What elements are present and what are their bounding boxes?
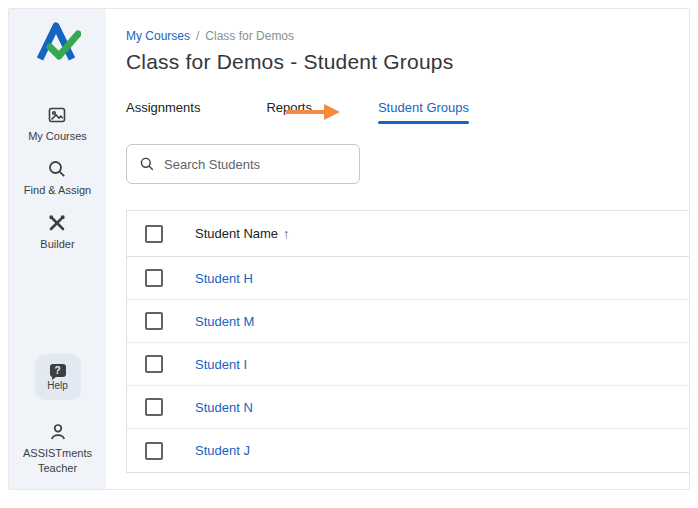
table-row: Student N [127, 386, 689, 429]
tab-reports[interactable]: Reports [266, 100, 312, 124]
page-title: Class for Demos - Student Groups [126, 50, 689, 74]
row-checkbox[interactable] [145, 269, 163, 287]
app-window: My Courses Find & Assign [8, 8, 690, 490]
search-icon [47, 159, 67, 179]
breadcrumb: My Courses / Class for Demos [126, 29, 689, 43]
sidebar-bottom: ? Help ASSISTments Teacher [22, 354, 94, 489]
person-icon [48, 422, 68, 442]
table-row: Student M [127, 300, 689, 343]
courses-icon [47, 105, 67, 125]
table-row: Student I [127, 343, 689, 386]
sidebar: My Courses Find & Assign [9, 9, 106, 489]
student-link[interactable]: Student M [195, 314, 254, 329]
assistments-logo[interactable] [35, 21, 81, 63]
sidebar-item-label: My Courses [28, 130, 87, 143]
column-header-label: Student Name [195, 226, 278, 241]
table-row: Student J [127, 429, 689, 472]
table-row: Student H [127, 257, 689, 300]
user-account[interactable]: ASSISTments Teacher [22, 422, 94, 475]
sidebar-item-my-courses[interactable]: My Courses [28, 105, 87, 143]
student-table: Student Name ↑ Student H Student M Stude… [126, 210, 689, 473]
sidebar-nav: My Courses Find & Assign [24, 105, 91, 268]
search-input[interactable] [164, 157, 347, 172]
sort-ascending-icon: ↑ [283, 226, 290, 241]
column-header-student-name[interactable]: Student Name ↑ [195, 226, 290, 241]
breadcrumb-current: Class for Demos [205, 29, 294, 43]
row-checkbox[interactable] [145, 398, 163, 416]
search-box [126, 144, 360, 184]
tab-assignments[interactable]: Assignments [126, 100, 200, 124]
row-checkbox[interactable] [145, 312, 163, 330]
builder-icon [47, 213, 67, 233]
sidebar-item-builder[interactable]: Builder [40, 213, 74, 251]
main-content: My Courses / Class for Demos Class for D… [106, 9, 689, 489]
row-checkbox[interactable] [145, 442, 163, 460]
breadcrumb-separator: / [196, 29, 199, 43]
row-checkbox[interactable] [145, 355, 163, 373]
breadcrumb-my-courses[interactable]: My Courses [126, 29, 190, 43]
student-link[interactable]: Student I [195, 357, 247, 372]
search-icon [139, 156, 155, 172]
student-link[interactable]: Student J [195, 443, 250, 458]
select-all-checkbox[interactable] [145, 225, 163, 243]
tab-bar: Assignments Reports Student Groups [126, 100, 689, 124]
help-button[interactable]: ? Help [35, 354, 81, 400]
student-link[interactable]: Student N [195, 400, 253, 415]
sidebar-item-find-assign[interactable]: Find & Assign [24, 159, 91, 197]
student-link[interactable]: Student H [195, 271, 253, 286]
sidebar-item-label: Builder [40, 238, 74, 251]
table-header-row: Student Name ↑ [127, 211, 689, 257]
user-label: ASSISTments Teacher [22, 446, 94, 475]
help-label: Help [47, 380, 68, 391]
sidebar-item-label: Find & Assign [24, 184, 91, 197]
help-icon: ? [50, 364, 66, 377]
tab-student-groups[interactable]: Student Groups [378, 100, 469, 124]
